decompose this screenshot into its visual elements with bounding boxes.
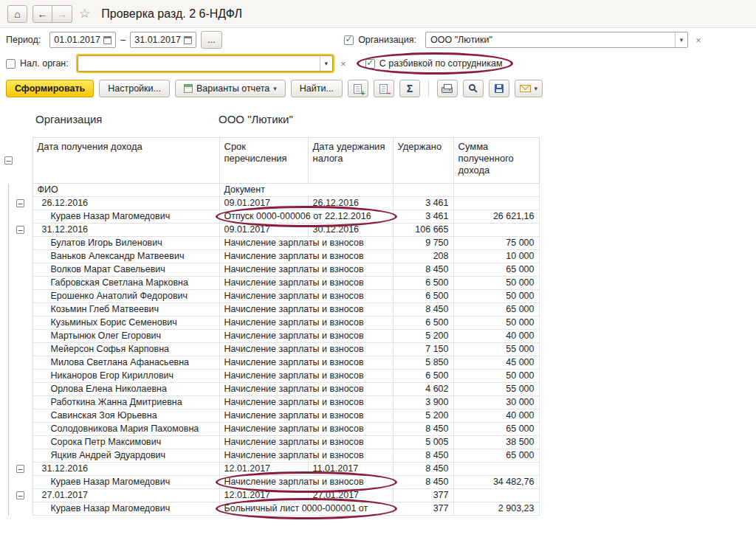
- collapse-all-icon[interactable]: –: [4, 156, 13, 165]
- withheld-cell[interactable]: 3 900: [393, 396, 453, 409]
- collapse-group-icon[interactable]: –: [16, 199, 24, 207]
- document-cell[interactable]: Начисление зарплаты и взносов: [219, 317, 393, 330]
- withheld-cell[interactable]: 377: [393, 489, 453, 502]
- withheld-cell[interactable]: 8 450: [393, 303, 453, 317]
- document-cell[interactable]: Начисление зарплаты и взносов: [219, 436, 393, 449]
- document-cell[interactable]: Больничный лист 0000-000001 от: [219, 502, 393, 516]
- collapse-group-icon[interactable]: –: [16, 491, 24, 499]
- withheld-cell[interactable]: 8 450: [393, 463, 453, 476]
- employee-name-cell[interactable]: Ерошенко Анатолий Федорович: [32, 290, 219, 303]
- collapse-group-icon[interactable]: –: [16, 226, 24, 234]
- withheld-cell[interactable]: 8 450: [393, 449, 453, 463]
- withheld-cell[interactable]: 5 200: [393, 409, 453, 423]
- income-sum-cell[interactable]: 34 482,76: [453, 476, 539, 489]
- transfer-date-cell[interactable]: 12.01.2017: [219, 489, 308, 502]
- document-cell[interactable]: Начисление зарплаты и взносов: [219, 343, 393, 356]
- calendar-icon[interactable]: [103, 36, 111, 44]
- document-cell[interactable]: Начисление зарплаты и взносов: [219, 290, 393, 303]
- document-cell[interactable]: Начисление зарплаты и взносов: [219, 237, 393, 250]
- withhold-date-cell[interactable]: 11.01.2017: [308, 463, 393, 476]
- employee-name-cell[interactable]: Булатов Игорь Виленович: [32, 237, 219, 250]
- settings-button[interactable]: Настройки...: [99, 80, 170, 97]
- income-date-cell[interactable]: 27.01.2017: [32, 489, 219, 502]
- employee-name-cell[interactable]: Солодовникова Мария Пахомовна: [32, 423, 219, 436]
- document-cell[interactable]: Начисление зарплаты и взносов: [219, 263, 393, 277]
- withheld-cell[interactable]: 6 500: [393, 317, 453, 330]
- expand-groups-button[interactable]: [348, 80, 368, 97]
- withheld-cell[interactable]: 6 500: [393, 277, 453, 290]
- withheld-cell[interactable]: 8 450: [393, 263, 453, 277]
- period-more-button[interactable]: ...: [201, 31, 221, 49]
- employee-name-cell[interactable]: Орлова Елена Николаевна: [32, 383, 219, 396]
- document-cell[interactable]: Начисление зарплаты и взносов: [219, 476, 393, 489]
- chevron-down-icon[interactable]: ▾: [320, 56, 332, 71]
- document-cell[interactable]: Начисление зарплаты и взносов: [219, 330, 393, 343]
- organization-checkbox[interactable]: ✓: [344, 35, 354, 45]
- favorite-star-icon[interactable]: ☆: [79, 6, 90, 21]
- employee-name-cell[interactable]: Мартынюк Олег Егорович: [32, 330, 219, 343]
- send-email-button[interactable]: ▾: [515, 80, 543, 97]
- document-cell[interactable]: Начисление зарплаты и взносов: [219, 303, 393, 317]
- document-cell[interactable]: Начисление зарплаты и взносов: [219, 250, 393, 263]
- employee-name-cell[interactable]: Ваньков Александр Матвеевич: [32, 250, 219, 263]
- withhold-date-cell[interactable]: 30.12.2016: [308, 224, 393, 237]
- tax-authority-clear-button[interactable]: ×: [337, 57, 349, 70]
- income-sum-cell[interactable]: [453, 489, 539, 502]
- document-cell[interactable]: Начисление зарплаты и взносов: [219, 277, 393, 290]
- employee-name-cell[interactable]: Козьмин Глеб Матвеевич: [32, 303, 219, 317]
- employee-name-cell[interactable]: Кураев Назар Магомедович: [32, 210, 219, 224]
- withhold-date-cell[interactable]: 26.12.2016: [308, 197, 393, 210]
- withheld-cell[interactable]: 106 665: [393, 224, 453, 237]
- employee-name-cell[interactable]: Мейерсон Софья Карповна: [32, 343, 219, 356]
- withheld-cell[interactable]: 5 005: [393, 436, 453, 449]
- income-sum-cell[interactable]: 40 000: [453, 330, 539, 343]
- income-date-cell[interactable]: 26.12.2016: [32, 197, 219, 210]
- withheld-cell[interactable]: 5 200: [393, 330, 453, 343]
- income-sum-cell[interactable]: 2 903,23: [453, 502, 539, 516]
- income-sum-cell[interactable]: 65 000: [453, 449, 539, 463]
- income-sum-cell[interactable]: 10 000: [453, 250, 539, 263]
- income-sum-cell[interactable]: 26 621,16: [453, 210, 539, 224]
- transfer-date-cell[interactable]: 12.01.2017: [219, 463, 308, 476]
- withheld-cell[interactable]: 3 461: [393, 210, 453, 224]
- employee-name-cell[interactable]: Волков Марат Савельевич: [32, 263, 219, 277]
- organization-select[interactable]: ООО "Лютики" ▾: [425, 32, 688, 48]
- print-button[interactable]: [437, 80, 458, 97]
- document-cell[interactable]: Начисление зарплаты и взносов: [219, 396, 393, 409]
- breakdown-checkbox[interactable]: ✓: [365, 59, 375, 69]
- income-sum-cell[interactable]: 55 000: [453, 383, 539, 396]
- tax-authority-select[interactable]: ▾: [78, 55, 333, 72]
- document-cell[interactable]: Начисление зарплаты и взносов: [219, 383, 393, 396]
- forward-button[interactable]: →: [52, 5, 72, 23]
- period-to-input[interactable]: 31.01.2017: [130, 32, 196, 48]
- employee-name-cell[interactable]: Габровская Светлана Марковна: [32, 277, 219, 290]
- document-cell[interactable]: Начисление зарплаты и взносов: [219, 409, 393, 423]
- document-cell[interactable]: Начисление зарплаты и взносов: [219, 370, 393, 383]
- withhold-date-cell[interactable]: 27.01.2017: [308, 489, 393, 502]
- income-sum-cell[interactable]: [453, 463, 539, 476]
- income-sum-cell[interactable]: [453, 197, 539, 210]
- document-cell[interactable]: Документ: [219, 184, 393, 197]
- employee-name-cell[interactable]: Яцкив Андрей Эдуардович: [32, 449, 219, 463]
- collapse-groups-button[interactable]: [374, 80, 394, 97]
- home-button[interactable]: ⌂: [7, 5, 27, 23]
- income-sum-cell[interactable]: 65 000: [453, 263, 539, 277]
- withheld-cell[interactable]: [393, 184, 453, 197]
- withheld-cell[interactable]: 6 500: [393, 370, 453, 383]
- transfer-date-cell[interactable]: 09.01.2017: [219, 224, 308, 237]
- income-sum-cell[interactable]: [453, 224, 539, 237]
- withheld-cell[interactable]: 4 602: [393, 383, 453, 396]
- income-sum-cell[interactable]: 50 000: [453, 317, 539, 330]
- income-sum-cell[interactable]: 40 000: [453, 409, 539, 423]
- income-sum-cell[interactable]: 50 000: [453, 290, 539, 303]
- income-sum-cell[interactable]: 75 000: [453, 237, 539, 250]
- save-button[interactable]: [489, 80, 509, 97]
- income-sum-cell[interactable]: 30 000: [453, 396, 539, 409]
- income-sum-cell[interactable]: 38 500: [453, 436, 539, 449]
- employee-name-cell[interactable]: Сорока Петр Максимович: [32, 436, 219, 449]
- period-from-input[interactable]: 01.01.2017: [49, 32, 116, 48]
- employee-name-cell[interactable]: Кузьминых Борис Семенович: [32, 317, 219, 330]
- generate-button[interactable]: Сформировать: [6, 80, 94, 97]
- withheld-cell[interactable]: 377: [393, 502, 453, 516]
- calendar-icon[interactable]: [184, 36, 192, 44]
